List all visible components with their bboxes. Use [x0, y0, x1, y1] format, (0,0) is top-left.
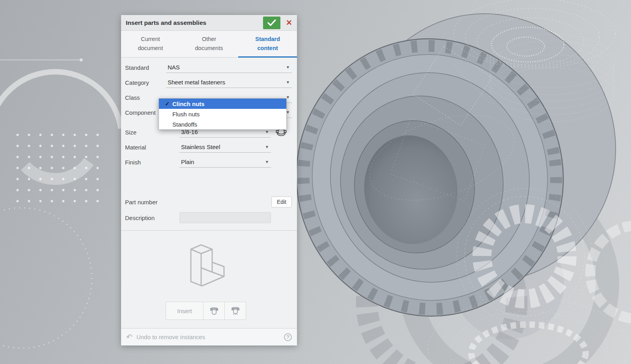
- chevron-down-icon: ▼: [263, 160, 271, 164]
- close-icon: ✕: [286, 19, 292, 27]
- clinch-nut-3d-render: [276, 0, 631, 334]
- insert-parts-dialog: Insert parts and assemblies ✕ Current do…: [121, 15, 297, 345]
- material-row: Material Stainless Steel ▼: [125, 140, 292, 155]
- standard-value: NAS: [166, 64, 284, 71]
- category-select[interactable]: Sheet metal fasteners ▼: [166, 77, 292, 88]
- check-icon: ✓: [162, 101, 172, 107]
- check-icon: [267, 19, 276, 26]
- dot-grid-decoration: [9, 127, 107, 205]
- category-row: Category Sheet metal fasteners ▼: [125, 75, 292, 90]
- size-label: Size: [125, 129, 179, 136]
- standard-label: Standard: [125, 64, 166, 71]
- part-preview-placeholder-icon: [189, 243, 229, 289]
- tab-label: Current: [121, 35, 180, 44]
- fastener-multiple-icon: [230, 306, 241, 316]
- close-button[interactable]: ✕: [286, 19, 292, 26]
- standard-select[interactable]: NAS ▼: [166, 62, 292, 73]
- dropdown-option-clinch-nuts[interactable]: ✓ Clinch nuts: [159, 99, 286, 109]
- tab-label: Other: [180, 35, 239, 44]
- description-label: Description: [125, 215, 179, 221]
- tab-label: document: [121, 44, 180, 53]
- tab-label: documents: [180, 44, 239, 53]
- part-number-row: Part number Edit: [121, 194, 297, 210]
- tab-current-document[interactable]: Current document: [121, 31, 180, 57]
- option-label: Standoffs: [172, 121, 197, 128]
- finish-row: Finish Plain ▼: [125, 155, 292, 170]
- material-select[interactable]: Stainless Steel ▼: [179, 142, 271, 153]
- insert-single-fastener-button[interactable]: [203, 302, 225, 320]
- dialog-tabs: Current document Other documents Standar…: [121, 31, 297, 58]
- insert-button[interactable]: Insert: [166, 302, 203, 320]
- variant-form: Size 3/8-16 ▼ Material Stainless Steel ▼: [121, 125, 297, 170]
- part-number-input[interactable]: [179, 196, 267, 207]
- edit-part-number-button[interactable]: Edit: [271, 196, 292, 207]
- part-number-label: Part number: [125, 199, 179, 205]
- dropdown-option-flush-nuts[interactable]: Flush nuts: [159, 109, 286, 119]
- help-icon[interactable]: ?: [284, 333, 292, 341]
- category-value: Sheet metal fasteners: [166, 79, 284, 86]
- material-value: Stainless Steel: [179, 144, 263, 150]
- description-row: Description: [121, 210, 297, 226]
- category-label: Category: [125, 79, 166, 86]
- undo-icon[interactable]: ↶: [126, 332, 133, 342]
- tab-standard-content[interactable]: Standard content: [238, 31, 297, 57]
- option-label: Clinch nuts: [172, 101, 205, 107]
- tab-label: content: [238, 44, 297, 53]
- chevron-down-icon: ▼: [284, 80, 292, 84]
- material-label: Material: [125, 144, 179, 151]
- finish-label: Finish: [125, 159, 179, 166]
- description-input[interactable]: [179, 212, 271, 223]
- insert-multiple-fasteners-button[interactable]: [225, 302, 246, 320]
- tab-other-documents[interactable]: Other documents: [180, 31, 239, 57]
- dropdown-option-standoffs[interactable]: Standoffs: [159, 119, 286, 129]
- dialog-header: Insert parts and assemblies ✕: [121, 15, 297, 31]
- standard-row: Standard NAS ▼: [125, 60, 292, 75]
- finish-value: Plain: [179, 159, 263, 165]
- fastener-single-icon: [209, 306, 219, 316]
- section-divider: [121, 230, 297, 231]
- tab-label: Standard: [238, 35, 297, 44]
- chevron-down-icon: ▼: [263, 130, 271, 134]
- part-preview-area: [121, 237, 297, 295]
- part-info-section: Part number Edit Description: [121, 194, 297, 226]
- undo-label: Undo to remove instances: [136, 334, 284, 340]
- finish-select[interactable]: Plain ▼: [179, 157, 271, 168]
- class-dropdown-popup: ✓ Clinch nuts Flush nuts Standoffs: [159, 98, 287, 130]
- accept-button[interactable]: [263, 17, 280, 29]
- chevron-down-icon: ▼: [284, 65, 292, 69]
- dialog-title: Insert parts and assemblies: [126, 19, 263, 26]
- chevron-down-icon: ▼: [263, 145, 271, 149]
- dialog-footer: ↶ Undo to remove instances ?: [121, 328, 297, 345]
- insert-actions: Insert: [166, 302, 297, 320]
- option-label: Flush nuts: [172, 111, 200, 118]
